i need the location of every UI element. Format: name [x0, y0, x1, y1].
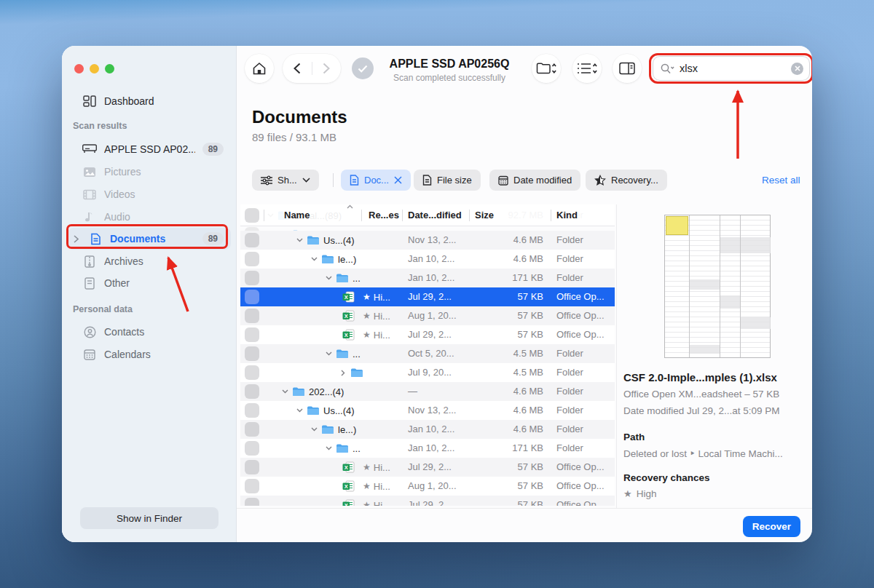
file-name: le...)	[338, 254, 356, 265]
table-row[interactable]: X★Hi...Jul 29, 2...57 KBOffice Op...	[240, 287, 615, 306]
size-cell: 171 KB	[456, 269, 543, 287]
chevron-down-icon[interactable]	[281, 389, 288, 394]
search-input[interactable]	[680, 63, 787, 74]
file-name: 202...(4)	[309, 386, 344, 397]
scan-status-icon	[352, 57, 374, 79]
back-button[interactable]	[283, 63, 312, 74]
sidebar-item-apple-ssd[interactable]: APPLE SSD AP02... 89	[68, 138, 231, 160]
column-header-name[interactable]: Name	[284, 204, 310, 226]
table-row[interactable]: X★Hi...Aug 1, 20...57 KBOffice Op...	[240, 306, 615, 325]
minimize-button[interactable]	[90, 64, 99, 74]
recover-button[interactable]: Recover	[743, 516, 800, 537]
table-row[interactable]: le...)Jan 10, 2...4.6 MBFolder	[240, 420, 615, 439]
chevron-right-icon[interactable]	[74, 235, 81, 243]
table-header: Name Re...es Date...dified Size Kind	[240, 204, 615, 226]
table-row[interactable]: X★Hi...Jul 29, 2...57 KBOffice Op...	[240, 496, 615, 506]
recovery-value: Hi...	[374, 330, 390, 341]
kind-cell: Folder	[556, 363, 583, 382]
sidebar-item-label: Other	[104, 277, 224, 289]
folder-icon	[336, 273, 349, 283]
svg-text:X: X	[345, 294, 348, 301]
section-label-personal-data: Personal data	[73, 304, 133, 314]
table-row[interactable]: X★Hi...Jul 29, 2...57 KBOffice Op...	[240, 458, 615, 477]
column-header-kind[interactable]: Kind	[556, 204, 578, 226]
clear-search-button[interactable]	[791, 63, 803, 75]
sort-ascending-icon	[347, 204, 353, 209]
size-cell: 57 KB	[456, 496, 543, 506]
recovery-value: Hi...	[374, 292, 390, 303]
table-row[interactable]: 202...(4)—4.6 MBFolder	[240, 382, 615, 401]
sidebar-item-contacts[interactable]: Contacts	[68, 321, 231, 343]
filter-date-modified-chip[interactable]: Date modified	[489, 170, 580, 191]
toggle-preview-panel-button[interactable]	[613, 54, 642, 83]
count-badge: 89	[202, 143, 224, 156]
chevron-down-icon[interactable]	[325, 351, 332, 356]
chevron-down-icon[interactable]	[310, 257, 318, 261]
show-in-finder-button[interactable]: Show in Finder	[80, 507, 219, 529]
svg-text:X: X	[345, 332, 348, 338]
table-row[interactable]: ...Jan 10, 2...171 KBFolder	[240, 439, 615, 458]
filter-show-chip[interactable]: Sh...	[252, 170, 319, 191]
calendar-icon	[82, 349, 97, 360]
excel-file-icon: X	[342, 310, 355, 322]
zoom-button[interactable]	[105, 64, 114, 74]
filter-recovery-chip[interactable]: Recovery...	[586, 170, 667, 191]
table-row[interactable]: le...)Jan 10, 2...4.6 MBFolder	[240, 250, 615, 269]
sidebar-item-calendars[interactable]: Calendars	[68, 343, 231, 365]
kind-cell: Office Op...	[556, 325, 605, 344]
close-button[interactable]	[74, 64, 84, 74]
table-row[interactable]: X★Hi...Jul 29, 2...57 KBOffice Op...	[240, 325, 615, 344]
chevron-down-icon[interactable]	[325, 276, 332, 280]
chevron-down-icon[interactable]	[296, 408, 303, 413]
sidebar-item-documents[interactable]: Documents 89	[68, 228, 231, 250]
date-cell: Aug 1, 20...	[408, 306, 457, 325]
excel-file-icon: X	[342, 461, 355, 473]
reset-all-link[interactable]: Reset all	[762, 175, 800, 186]
date-cell: Jan 10, 2...	[408, 269, 454, 287]
date-cell: Jan 10, 2...	[408, 439, 454, 458]
kind-cell: Folder	[556, 420, 583, 439]
calendar-icon	[498, 175, 508, 186]
star-icon: ★	[363, 481, 371, 491]
sidebar-item-other[interactable]: Other	[68, 272, 231, 294]
other-doc-icon	[82, 277, 97, 290]
date-cell: Nov 13, 2...	[408, 231, 456, 250]
table-row[interactable]: ...Jan 10, 2...171 KBFolder	[240, 269, 615, 287]
sidebar-item-archives[interactable]: Archives	[68, 250, 231, 272]
kind-cell: Folder	[556, 401, 583, 420]
size-cell: 4.6 MB	[456, 382, 543, 401]
sidebar-item-videos[interactable]: Videos	[68, 183, 231, 205]
list-view-button[interactable]	[572, 54, 602, 83]
table-row[interactable]: X★Hi...Aug 1, 20...57 KBOffice Op...	[240, 477, 615, 496]
count-badge: 89	[202, 232, 224, 245]
chevron-down-icon[interactable]	[310, 427, 318, 432]
table-row[interactable]: Jul 9, 20...4.5 MBFolder	[240, 363, 615, 382]
chevron-right-icon[interactable]	[339, 370, 347, 376]
home-icon	[252, 62, 267, 76]
search-field[interactable]	[653, 56, 810, 81]
chevron-down-icon[interactable]	[325, 446, 332, 450]
column-header-size[interactable]: Size	[475, 204, 494, 226]
contact-icon	[82, 326, 97, 338]
table-row[interactable]: Us...(4)Nov 13, 2...4.6 MBFolder	[240, 231, 615, 250]
filter-file-size-chip[interactable]: File size	[414, 170, 481, 191]
close-icon[interactable]	[394, 176, 402, 184]
table-row[interactable]: Us...(4)Nov 13, 2...4.6 MBFolder	[240, 401, 615, 420]
folder-view-button[interactable]	[532, 54, 561, 83]
forward-button[interactable]	[312, 63, 342, 74]
sidebar-item-audio[interactable]: Audio	[68, 206, 231, 228]
select-all-checkbox[interactable]	[245, 208, 259, 223]
sidebar-item-dashboard[interactable]: Dashboard	[68, 90, 231, 112]
preview-path-value: Deleted or lost ‣ Local Time Machi...	[623, 448, 783, 459]
size-cell: 4.5 MB	[456, 363, 543, 382]
sidebar-item-pictures[interactable]: Pictures	[68, 161, 231, 183]
column-header-date[interactable]: Date...dified	[408, 204, 462, 226]
folder-icon	[307, 235, 320, 245]
recovery-value: Hi...	[374, 311, 390, 322]
table-row[interactable]: ...Oct 5, 20...4.5 MBFolder	[240, 344, 615, 363]
chevron-down-icon[interactable]	[296, 238, 303, 242]
filter-documents-chip[interactable]: Doc...	[341, 170, 411, 191]
home-button[interactable]	[245, 54, 274, 83]
size-cell: 57 KB	[456, 477, 543, 496]
column-header-recovery[interactable]: Re...es	[369, 204, 399, 226]
